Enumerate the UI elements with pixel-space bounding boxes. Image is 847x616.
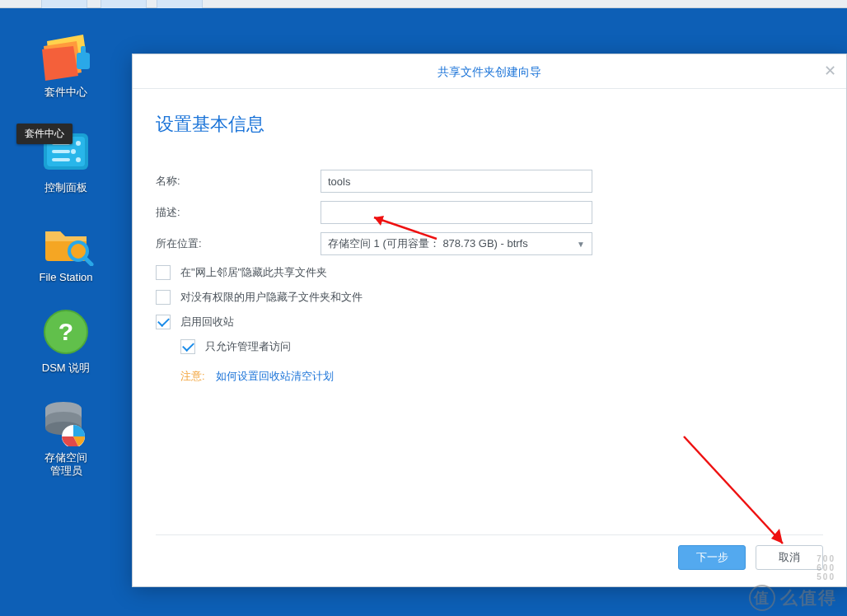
desktop-icon-label: File Station xyxy=(0,271,132,284)
desktop-tooltip: 套件中心 xyxy=(16,124,73,144)
svg-point-12 xyxy=(76,157,81,162)
watermark-icon: 值 xyxy=(749,585,775,611)
row-name: 名称: xyxy=(156,170,823,193)
label-desc: 描述: xyxy=(156,205,321,220)
check-recycle[interactable]: 启用回收站 xyxy=(156,315,823,329)
desktop-icon-dsm-help[interactable]: ? DSM 说明 xyxy=(0,284,132,375)
close-icon[interactable]: ✕ xyxy=(821,63,838,79)
check-label: 对没有权限的用户隐藏子文件夹和文件 xyxy=(180,290,363,305)
note-warn: 注意: xyxy=(180,370,205,382)
svg-point-10 xyxy=(76,141,81,146)
create-shared-folder-wizard: 共享文件夹创建向导 ✕ 设置基本信息 名称: 描述: 所在位置: 存储空间 1 … xyxy=(132,54,847,587)
taskbar-item[interactable] xyxy=(157,0,203,8)
select-location-value: 存储空间 1 (可用容量： 878.73 GB) - btrfs xyxy=(328,236,528,251)
check-hide-network[interactable]: 在"网上邻居"隐藏此共享文件夹 xyxy=(156,265,823,280)
cancel-button[interactable]: 取消 xyxy=(756,545,823,570)
desktop-icon-control-panel[interactable]: 控制面板 xyxy=(0,99,132,194)
checkbox-icon xyxy=(180,339,195,354)
taskbar xyxy=(0,0,847,8)
label-location: 所在位置: xyxy=(156,236,321,251)
select-location[interactable]: 存储空间 1 (可用容量： 878.73 GB) - btrfs ▼ xyxy=(321,232,592,255)
taskbar-item[interactable] xyxy=(101,0,147,8)
watermark-text: 么值得 xyxy=(780,586,837,609)
checkbox-icon xyxy=(156,290,171,305)
package-center-icon xyxy=(37,31,95,81)
svg-rect-8 xyxy=(52,150,70,153)
dialog-body: 名称: 描述: 所在位置: 存储空间 1 (可用容量： 878.73 GB) -… xyxy=(133,170,846,384)
dialog-heading: 设置基本信息 xyxy=(133,89,846,170)
checkbox-icon xyxy=(156,265,171,280)
watermark: 700600500 值 么值得 xyxy=(749,585,837,611)
desktop-icon-label: 控制面板 xyxy=(0,181,132,194)
row-location: 所在位置: 存储空间 1 (可用容量： 878.73 GB) - btrfs ▼ xyxy=(156,232,823,255)
svg-rect-9 xyxy=(52,158,70,161)
svg-marker-2 xyxy=(42,46,78,81)
svg-text:?: ? xyxy=(58,318,73,345)
check-label: 只允许管理者访问 xyxy=(205,339,291,354)
next-button[interactable]: 下一步 xyxy=(678,545,746,570)
dialog-footer: 下一步 取消 xyxy=(156,534,823,570)
taskbar-item[interactable] xyxy=(41,0,87,8)
checkbox-icon xyxy=(156,315,171,329)
input-desc[interactable] xyxy=(321,201,592,224)
file-station-icon xyxy=(37,217,95,266)
dialog-title: 共享文件夹创建向导 xyxy=(438,65,541,78)
check-label: 启用回收站 xyxy=(180,315,234,329)
note-row: 注意: 如何设置回收站清空计划 xyxy=(180,369,823,384)
check-admin-only[interactable]: 只允许管理者访问 xyxy=(180,339,823,354)
desktop-icon-package-center[interactable]: 套件中心 xyxy=(0,8,132,99)
storage-manager-icon xyxy=(37,397,95,446)
check-hide-noperm[interactable]: 对没有权限的用户隐藏子文件夹和文件 xyxy=(156,290,823,305)
desktop-icon-file-station[interactable]: File Station xyxy=(0,194,132,284)
desktop-icon-label: 套件中心 xyxy=(0,86,132,99)
chevron-down-icon: ▼ xyxy=(577,240,585,249)
dsm-help-icon: ? xyxy=(37,307,95,357)
watermark-numbers: 700600500 xyxy=(817,554,835,581)
label-name: 名称: xyxy=(156,174,321,189)
check-label: 在"网上邻居"隐藏此共享文件夹 xyxy=(180,265,327,280)
input-name[interactable] xyxy=(321,170,592,193)
desktop-icon-label: DSM 说明 xyxy=(0,362,132,375)
desktop-icon-label: 存储空间 管理员 xyxy=(0,451,132,477)
dialog-header: 共享文件夹创建向导 ✕ xyxy=(133,54,846,89)
desktop-icon-storage-manager[interactable]: 存储空间 管理员 xyxy=(0,374,132,477)
svg-point-11 xyxy=(71,149,76,154)
row-desc: 描述: xyxy=(156,201,823,224)
svg-rect-4 xyxy=(81,46,86,56)
desktop-icons: 套件中心 控制面板 File Station xyxy=(0,8,132,478)
svg-line-14 xyxy=(85,258,91,264)
note-link[interactable]: 如何设置回收站清空计划 xyxy=(216,370,334,382)
